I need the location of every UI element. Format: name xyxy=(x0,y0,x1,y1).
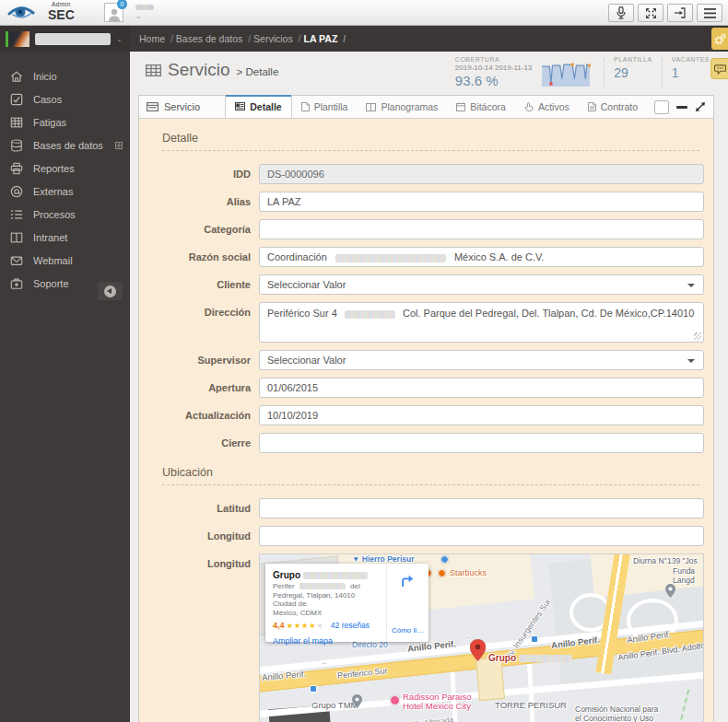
field-label: Categoría xyxy=(139,219,259,239)
stat-dates: 2019-10-14 2019-11-13 xyxy=(455,64,532,72)
sidebar-item-casos[interactable]: Casos xyxy=(0,87,130,111)
stat-vacantes: VACANTES 1 xyxy=(672,56,710,80)
collapse-panel-icon[interactable] xyxy=(676,106,687,109)
stat-value: 1 xyxy=(672,65,710,80)
page-title-text: Servicio xyxy=(168,60,230,80)
menu-button[interactable] xyxy=(697,4,722,22)
breadcrumb-current: LA PAZ xyxy=(304,33,349,44)
gears-icon xyxy=(714,33,726,45)
app-logo[interactable]: Admin SEC xyxy=(7,2,75,21)
field-label: Longitud xyxy=(139,553,259,574)
field-row-cierre: Cierre xyxy=(139,433,704,453)
sidebar-collapse-button[interactable] xyxy=(98,282,123,300)
user-menu[interactable]: ⌄ xyxy=(135,5,154,20)
idd-input[interactable] xyxy=(259,164,704,184)
sidebar-item-bases-de-datos[interactable]: Bases de datos xyxy=(0,134,130,157)
sidebar-item-label: Intranet xyxy=(33,232,67,243)
map-pin-blue xyxy=(440,555,449,564)
chevron-down-icon: ⌄ xyxy=(135,12,154,20)
tab-bitacora[interactable]: Bitácora xyxy=(447,96,515,118)
microphone-button[interactable] xyxy=(608,4,634,22)
feedback-button[interactable] xyxy=(710,58,728,79)
supervisor-select[interactable]: Seleccionar Valor xyxy=(259,350,704,370)
actualizacion-input[interactable] xyxy=(259,405,704,425)
cierre-input[interactable] xyxy=(259,433,704,453)
sidebar-item-webmail[interactable]: Webmail xyxy=(0,249,130,272)
settings-button[interactable] xyxy=(711,28,728,50)
sidebar-item-externas[interactable]: Externas xyxy=(0,180,130,203)
panel-square-button[interactable] xyxy=(654,100,669,114)
map-label-comision: Comisión Nacional parael Conocimiento y … xyxy=(575,705,658,722)
breadcrumb-home[interactable]: Home xyxy=(139,33,176,44)
redacted-text xyxy=(335,254,446,262)
sidebar-item-reportes[interactable]: Reportes xyxy=(0,157,130,180)
grid-icon xyxy=(146,64,161,76)
user-avatar[interactable]: 0 xyxy=(104,3,123,22)
stat-label: COBERTURA xyxy=(455,56,532,63)
checkbox-icon xyxy=(10,93,23,106)
fullscreen-icon xyxy=(645,7,657,19)
section-divider xyxy=(162,150,699,151)
username-redacted xyxy=(135,5,154,10)
fullscreen-button[interactable] xyxy=(638,4,663,22)
field-row-cliente: Cliente Seleccionar Valor xyxy=(139,274,704,295)
sidebar-item-label: Inicio xyxy=(33,71,57,82)
database-icon xyxy=(10,139,23,152)
field-row-idd: IDD xyxy=(139,164,704,184)
field-label: Razón social xyxy=(139,247,259,267)
categoria-input[interactable] xyxy=(259,219,704,239)
eye-logo-icon xyxy=(7,2,35,20)
tab-activos[interactable]: Activos xyxy=(515,96,579,118)
map-pin-red[interactable] xyxy=(470,639,486,661)
field-row-supervisor: Supervisor Seleccionar Valor xyxy=(139,350,704,370)
field-row-map: Longitud xyxy=(139,553,704,722)
breadcrumb-bases[interactable]: Bases de datos xyxy=(176,33,253,44)
table-icon xyxy=(10,116,23,129)
tab-detalle[interactable]: Detalle xyxy=(225,95,291,118)
tab-planogramas[interactable]: Planogramas xyxy=(357,96,447,118)
card-icon xyxy=(235,102,245,111)
razon-social-input[interactable]: Coordinación México S.A. de C.V. xyxy=(259,247,704,267)
book-icon xyxy=(366,103,376,111)
field-row-longitud: Longitud xyxy=(139,526,704,546)
map-label-starbucks: Starbucks xyxy=(450,568,487,577)
apertura-input[interactable] xyxy=(259,378,704,398)
signout-button[interactable] xyxy=(667,4,693,22)
document-icon xyxy=(588,102,596,111)
notification-badge: 0 xyxy=(117,0,127,9)
sidebar-item-label: Bases de datos xyxy=(33,140,103,151)
sidebar-item-procesos[interactable]: Procesos xyxy=(0,203,130,226)
panel-icon xyxy=(147,102,159,111)
map-label-funda: Funda xyxy=(673,566,695,576)
alias-input[interactable] xyxy=(259,192,704,212)
breadcrumb: Home Bases de datos Servicios LA PAZ xyxy=(130,26,728,52)
section-divider xyxy=(162,484,699,485)
latitud-input[interactable] xyxy=(259,498,704,518)
directions-action[interactable]: Cómo ll… xyxy=(386,564,429,642)
field-label: Cierre xyxy=(139,433,259,453)
sidebar-user[interactable]: ⌄ xyxy=(0,26,130,52)
sidebar-user-avatar xyxy=(6,31,29,47)
tab-plantilla[interactable]: Plantilla xyxy=(292,96,358,118)
tab-contrato[interactable]: Contrato xyxy=(579,96,647,118)
sidebar-item-intranet[interactable]: Intranet xyxy=(0,226,130,249)
map-embed[interactable]: ▼ Hierro Perisur Starbucks Av. Insurgent… xyxy=(259,553,704,722)
direccion-textarea[interactable]: Periférico Sur 4 Col. Parque del Pedrega… xyxy=(259,302,704,343)
breadcrumb-servicios[interactable]: Servicios xyxy=(253,33,303,44)
cliente-select[interactable]: Seleccionar Valor xyxy=(259,274,704,295)
expand-panel-icon[interactable] xyxy=(695,101,706,112)
map-pin-grey xyxy=(352,694,362,708)
longitud-input[interactable] xyxy=(259,526,704,546)
sidebar-item-inicio[interactable]: Inicio xyxy=(0,64,130,87)
reviews-link[interactable]: 42 reseñas xyxy=(331,621,370,630)
sidebar-item-fatigas[interactable]: Fatigas xyxy=(0,111,130,134)
logo-text: Admin SEC xyxy=(39,2,75,21)
field-row-actualizacion: Actualización xyxy=(139,405,704,425)
hand-pointer-icon xyxy=(524,102,534,111)
chat-bubble-icon xyxy=(714,64,726,75)
topbar-actions xyxy=(608,4,722,22)
redacted-text xyxy=(303,572,368,579)
content-area: Servicio > Detalle COBERTURA 2019-10-14 … xyxy=(130,52,728,722)
field-label: Latitud xyxy=(139,498,259,518)
expand-map-link[interactable]: Ampliar el mapa xyxy=(273,636,333,646)
